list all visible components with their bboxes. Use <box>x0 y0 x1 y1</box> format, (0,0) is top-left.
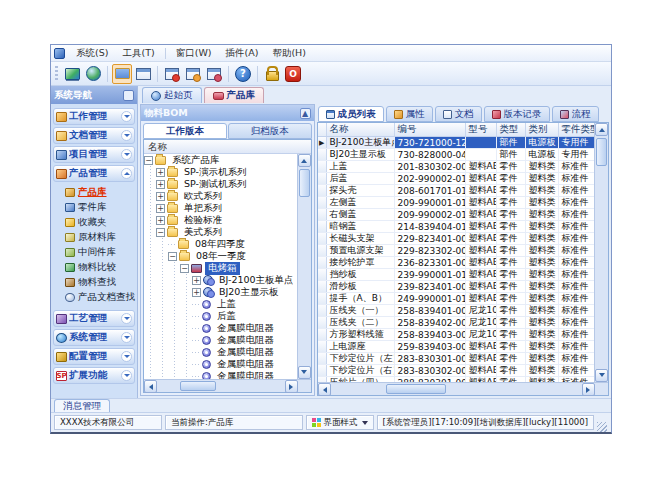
sidebar-group-系统管理[interactable]: 系统管理 <box>53 329 135 346</box>
table-row[interactable]: 下纱定位片（左）283-830301-00X塑料ABS零件塑料类标准件外协条 <box>318 353 594 365</box>
table-horizontal-scrollbar[interactable] <box>318 382 608 395</box>
expand-plus-icon[interactable]: + <box>156 180 165 189</box>
table-row[interactable]: 后盖202-990002-01X塑料ABS零件塑料类标准件外协条 <box>318 173 594 185</box>
tree-column-header[interactable]: 名称 <box>144 140 311 154</box>
tree-node-系统产品库[interactable]: −系统产品库 <box>144 154 297 166</box>
tab-流程[interactable]: 流程 <box>552 106 599 122</box>
power-icon[interactable] <box>283 64 303 84</box>
sidebar-item-中间件库[interactable]: 中间件库 <box>59 245 135 260</box>
window-favorite-icon[interactable] <box>183 64 203 84</box>
tree-node-金属膜电阻器[interactable]: 金属膜电阻器 <box>144 370 297 379</box>
sidebar-item-产品文档查找[interactable]: 产品文档查找 <box>59 290 135 305</box>
tab-产品库[interactable]: 产品库 <box>204 87 265 103</box>
menu-item-4[interactable]: 帮助(H) <box>265 46 313 61</box>
table-hscroll-thumb[interactable] <box>386 384 446 394</box>
table-row[interactable]: 暗钢盖214-839404-01X塑料ABS零件塑料类标准件外协条 <box>318 221 594 233</box>
monitor-icon[interactable] <box>62 64 82 84</box>
tree-node-BJ-2100主板单点[interactable]: +BJ-2100主板单点 <box>144 274 297 286</box>
resize-grip[interactable] <box>597 422 607 432</box>
table-row[interactable]: 左侧盖209-990001-01X塑料ABS零件塑料类标准件外协条 <box>318 197 594 209</box>
table-row[interactable]: 长磁头支架229-823401-00X塑料ABS零件塑料类标准件外协条 <box>318 233 594 245</box>
sidebar-group-工作管理[interactable]: 工作管理 <box>53 108 135 125</box>
lock-icon[interactable] <box>262 64 282 84</box>
tree-node-单把系列[interactable]: +单把系列 <box>144 202 297 214</box>
tab-起始页[interactable]: 起始页 <box>142 87 202 103</box>
table-row[interactable]: 右侧盖209-990002-01X塑料ABS零件塑料类标准件外协条 <box>318 209 594 221</box>
toolbar-grip[interactable] <box>55 66 58 82</box>
tree-node-08年四季度[interactable]: 08年四季度 <box>144 238 297 250</box>
row-selector[interactable] <box>318 341 327 352</box>
row-selector[interactable] <box>318 305 327 316</box>
table-row[interactable]: 预置电源支架229-823302-00X塑料ABS零件塑料类标准件外协条 <box>318 245 594 257</box>
sidebar-item-物料比较[interactable]: 物料比较 <box>59 260 135 275</box>
column-header-零件类型[interactable]: 零件类型 <box>559 123 594 136</box>
expand-plus-icon[interactable]: + <box>156 192 165 201</box>
expand-plus-icon[interactable]: + <box>156 216 165 225</box>
table-row[interactable]: ▶BJ-2100主板单点730-721000-12X部件电源板专用件外协颗 <box>318 137 594 149</box>
row-selector[interactable] <box>318 365 327 376</box>
table-row[interactable]: 压线夹（二）258-839402-00X尼龙1010零件塑料类标准件外协条 <box>318 317 594 329</box>
collapse-minus-icon[interactable]: − <box>156 228 165 237</box>
row-selector[interactable] <box>318 173 327 184</box>
row-selector-header[interactable] <box>318 123 327 136</box>
menu-item-0[interactable]: 系统(S) <box>69 46 115 61</box>
row-selector[interactable] <box>318 293 327 304</box>
tree-node-SP-演示机系列[interactable]: +SP-演示机系列 <box>144 166 297 178</box>
dock-icon[interactable] <box>123 90 134 101</box>
menu-item-1[interactable]: 工具(T) <box>115 46 161 61</box>
expand-plus-icon[interactable]: + <box>192 288 201 297</box>
chevron-down-icon[interactable] <box>121 149 132 160</box>
row-selector[interactable] <box>318 149 327 160</box>
expand-plus-icon[interactable]: + <box>156 204 165 213</box>
menu-item-2[interactable]: 窗口(W) <box>169 46 219 61</box>
current-row-indicator[interactable]: ▶ <box>318 137 327 148</box>
tree-horizontal-scrollbar[interactable] <box>144 379 311 392</box>
sidebar-group-项目管理[interactable]: 项目管理 <box>53 146 135 163</box>
collapse-minus-icon[interactable]: − <box>180 264 189 273</box>
table-row[interactable]: 提手（A、B）249-990001-01X塑料ABS零件塑料类标准件外协条 <box>318 293 594 305</box>
tree-node-金属膜电阻器[interactable]: 金属膜电阻器 <box>144 322 297 334</box>
scroll-right-icon[interactable] <box>582 383 595 396</box>
chevron-down-icon[interactable] <box>121 111 132 122</box>
scroll-down-icon[interactable] <box>298 366 311 379</box>
scroll-down-icon[interactable] <box>595 369 608 382</box>
window-layout-icon[interactable] <box>133 64 153 84</box>
tab-message-management[interactable]: 消息管理 <box>54 399 110 412</box>
sidebar-group-工艺管理[interactable]: 工艺管理 <box>53 310 135 327</box>
chevron-down-icon[interactable] <box>121 130 132 141</box>
chevron-down-icon[interactable] <box>121 370 132 381</box>
table-row[interactable]: 挡纱板239-990001-01X塑料ABS零件塑料类标准件外协条 <box>318 269 594 281</box>
tree-node-欧式系列[interactable]: +欧式系列 <box>144 190 297 202</box>
tree-node-电烤箱[interactable]: −电烤箱 <box>144 262 297 274</box>
chevron-down-icon[interactable] <box>121 351 132 362</box>
row-selector[interactable] <box>318 269 327 280</box>
table-scroll-thumb[interactable] <box>596 138 607 166</box>
table-row[interactable]: 滑纱板239-823401-00X塑料ABS零件塑料类标准件外协条 <box>318 281 594 293</box>
table-row[interactable]: 压线夹（一）258-839401-00X尼龙1010零件塑料类标准件外协条 <box>318 305 594 317</box>
folder-open-tb-icon[interactable] <box>112 64 132 84</box>
window-link-icon[interactable] <box>204 64 224 84</box>
menu-item-3[interactable]: 插件(A) <box>218 46 265 61</box>
row-selector[interactable] <box>318 329 327 340</box>
sidebar-item-原材料库[interactable]: 原材料库 <box>59 230 135 245</box>
table-vertical-scrollbar[interactable] <box>594 123 608 382</box>
tree-node-金属膜电阻器[interactable]: 金属膜电阻器 <box>144 346 297 358</box>
row-selector[interactable] <box>318 257 327 268</box>
sidebar-group-扩展功能[interactable]: 扩展功能 <box>53 367 135 384</box>
column-header-类别[interactable]: 类别 <box>526 123 559 136</box>
table-row[interactable]: 接纱轮护罩236-823301-00X塑料ABS零件塑料类标准件外协条 <box>318 257 594 269</box>
tree-node-检验标准[interactable]: +检验标准 <box>144 214 297 226</box>
chevron-down-icon[interactable] <box>121 313 132 324</box>
scroll-up-icon[interactable] <box>298 154 311 167</box>
table-row[interactable]: 上盖201-830302-00X塑料ABS零件塑料类标准件外协条 <box>318 161 594 173</box>
column-header-编号[interactable]: 编号 <box>395 123 466 136</box>
help-icon[interactable] <box>233 64 253 84</box>
chevron-down-icon[interactable] <box>121 332 132 343</box>
tree-hscroll-thumb[interactable] <box>180 381 216 391</box>
column-header-型号[interactable]: 型号 <box>466 123 497 136</box>
tree-node-金属膜电阻器[interactable]: 金属膜电阻器 <box>144 358 297 370</box>
row-selector[interactable] <box>318 281 327 292</box>
scroll-left-icon[interactable] <box>318 383 331 396</box>
row-selector[interactable] <box>318 185 327 196</box>
globe-icon[interactable] <box>83 64 103 84</box>
